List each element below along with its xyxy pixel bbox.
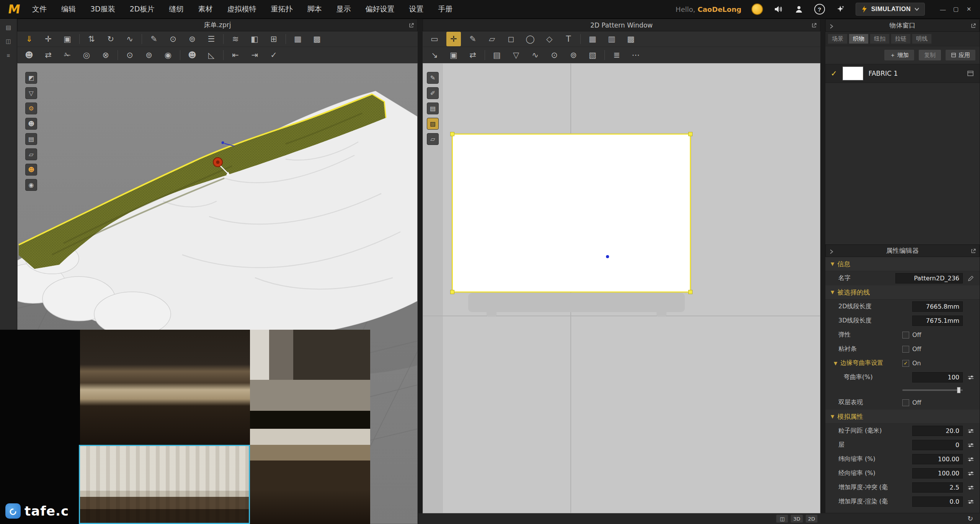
copy-fabric-button[interactable]: 复制 (918, 49, 941, 61)
collapse-icon[interactable] (829, 248, 834, 256)
menu-item[interactable]: 脚本 (307, 4, 322, 14)
mesh-view-tool[interactable]: ▩ (310, 32, 324, 46)
menu-item[interactable]: 2D板片 (130, 4, 155, 14)
pattern-corner-handle[interactable] (450, 132, 454, 136)
particle-distance-field[interactable]: 20.0 (912, 426, 963, 436)
sound-button[interactable] (773, 4, 784, 15)
button-2d-tool[interactable]: ⊙ (547, 48, 562, 62)
menu-item[interactable]: 3D服装 (90, 4, 115, 14)
object-tab[interactable]: 拉链 (891, 34, 911, 44)
section-info[interactable]: ▼ 信息 (825, 257, 980, 271)
show-mesh-button[interactable]: ▨ (427, 118, 439, 130)
name-field[interactable]: Pattern2D_236 (895, 273, 963, 283)
curvature-slider[interactable] (902, 389, 963, 391)
pattern-center-point[interactable] (606, 255, 609, 258)
object-tab[interactable]: 纽扣 (870, 34, 890, 44)
fabric-swatch[interactable] (843, 67, 863, 80)
buttonhole-2d-tool[interactable]: ⊚ (566, 48, 581, 62)
rotate-garment-tool[interactable]: ↻ (103, 32, 118, 46)
pattern-corner-handle[interactable] (450, 290, 454, 294)
polygon-tool[interactable]: ▱ (485, 32, 499, 46)
notch-tool[interactable]: ≣ (609, 48, 624, 62)
sync-button[interactable]: ↻ (965, 514, 975, 523)
help-button[interactable]: ? (814, 4, 825, 15)
fabric-list-item[interactable]: ✓ FABRIC 1 (825, 64, 980, 83)
show-avatar-button[interactable]: ☻ (25, 118, 37, 130)
align-left-tool[interactable]: ⇤ (228, 48, 243, 62)
popout-icon[interactable] (408, 22, 414, 30)
tape-measure-tool[interactable]: ☻ (185, 48, 199, 62)
pattern-corner-handle[interactable] (688, 132, 693, 136)
show-pattern-button[interactable]: ▱ (25, 148, 37, 160)
dart-tool[interactable]: ◇ (542, 32, 557, 46)
thickness-render-field[interactable]: 0.0 (912, 496, 963, 507)
confirm-tool[interactable]: ✓ (266, 48, 281, 62)
elastic-checkbox[interactable] (902, 332, 909, 338)
avatar-accessories-button[interactable]: ☻ (25, 164, 37, 176)
text-tool[interactable]: T (561, 32, 576, 46)
layout-tab[interactable]: ◫ (3, 36, 13, 46)
tune-icon[interactable] (966, 428, 976, 434)
lock-pin-tool[interactable]: ◉ (161, 48, 175, 62)
menu-item[interactable]: 设置 (409, 4, 423, 14)
object-window-titlebar[interactable]: 物体窗口 (825, 19, 980, 32)
pin-drag-tool[interactable]: ⇅ (84, 32, 99, 46)
maximize-button[interactable]: ▢ (950, 3, 962, 15)
menu-item[interactable]: 素材 (198, 4, 212, 14)
menu-item[interactable]: 重拓扑 (271, 4, 292, 14)
object-tab[interactable]: 织物 (849, 34, 869, 44)
popout-icon[interactable] (811, 22, 817, 30)
popout-icon[interactable] (970, 248, 976, 255)
avatar-pose-tool[interactable]: ⇄ (41, 48, 56, 62)
popout-icon[interactable] (970, 23, 976, 30)
show-internal-lines-button[interactable]: ⚙ (25, 103, 37, 114)
select-move-tool[interactable]: ✛ (41, 32, 56, 46)
remove-pin-tool[interactable]: ⊗ (98, 48, 113, 62)
tune-icon[interactable] (966, 456, 976, 463)
pin-box-tool[interactable]: ⊚ (185, 32, 199, 46)
show-texture-button[interactable]: ▤ (427, 103, 439, 114)
reference-photo-1[interactable] (80, 330, 250, 445)
circle-tool[interactable]: ◯ (523, 32, 537, 46)
thickness-collision-field[interactable]: 2.5 (912, 482, 963, 493)
grid-tool[interactable]: ▦ (585, 32, 600, 46)
flip-pattern-tool[interactable]: ⇄ (466, 48, 480, 62)
show-outline-button[interactable]: ▱ (427, 133, 439, 145)
dual-view-button[interactable]: ◫ (776, 514, 788, 523)
show-fabric-button[interactable]: ▤ (25, 133, 37, 145)
transform-pattern-tool[interactable]: ▭ (427, 32, 442, 46)
simulate-button[interactable]: ⇓ (22, 32, 36, 46)
shrinkage-tool[interactable]: ▧ (585, 48, 600, 62)
object-tab[interactable]: 明线 (912, 34, 932, 44)
3d-view-button[interactable]: 3D (791, 514, 803, 523)
edit-pattern-tool[interactable]: ✛ (446, 32, 461, 46)
menu-item[interactable]: 编辑 (61, 4, 76, 14)
grid-view-tool[interactable]: ▦ (291, 32, 305, 46)
edit-curvature-tool[interactable]: ✎ (466, 32, 480, 46)
rectangle-tool[interactable]: ◻ (504, 32, 518, 46)
menu-item[interactable]: 文件 (32, 4, 47, 14)
mode-tab[interactable]: ≡ (3, 50, 13, 60)
fabric-check-icon[interactable]: ✓ (831, 69, 837, 78)
tune-icon[interactable] (966, 484, 976, 491)
pattern-panel[interactable] (452, 133, 691, 293)
show-grainline-tool[interactable]: ↘ (427, 48, 442, 62)
layer-field[interactable]: 0 (912, 440, 963, 450)
avatar-display-tool[interactable]: ☻ (22, 48, 36, 62)
curve-brush-tool[interactable]: ∿ (122, 32, 137, 46)
close-button[interactable]: ✕ (963, 3, 975, 15)
select-box-tool[interactable]: ▣ (60, 32, 75, 46)
pen-2d-button[interactable]: ✐ (427, 87, 439, 99)
pattern-outline-tool[interactable]: ▣ (446, 48, 461, 62)
viewport3d-titlebar[interactable]: 床单.zprj (17, 19, 418, 31)
tack-on-avatar-tool[interactable]: ✁ (60, 48, 75, 62)
edit-texture-button[interactable]: ✎ (427, 72, 439, 84)
buttonhole-tool[interactable]: ⊚ (142, 48, 156, 62)
object-tab[interactable]: 场景 (828, 34, 848, 44)
pen-3d-tool[interactable]: ✎ (147, 32, 161, 46)
curvature-field[interactable]: 100 (912, 372, 963, 382)
menu-item[interactable]: 缝纫 (169, 4, 183, 14)
edit-name-icon[interactable] (966, 275, 976, 282)
double-layer-checkbox[interactable] (902, 399, 909, 406)
edge-curve-checkbox[interactable]: ✓ (902, 360, 909, 367)
